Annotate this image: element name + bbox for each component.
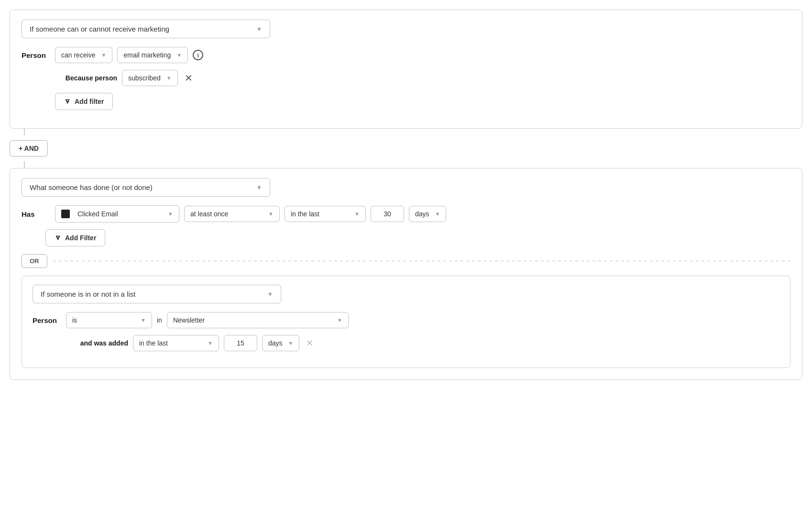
add-filter-button-2[interactable]: ⛛ Add Filter (45, 229, 105, 246)
can-receive-caret: ▼ (101, 52, 107, 58)
remove-and-was-added-button[interactable]: ✕ (306, 338, 313, 348)
clicked-email-caret: ▼ (168, 211, 173, 217)
info-icon-1[interactable]: i (193, 50, 203, 60)
has-done-condition-dropdown[interactable]: What someone has done (or not done) ▼ (22, 178, 270, 197)
days-value-input-1[interactable]: 30 (371, 206, 404, 222)
inner-block-list: If someone is in or not in a list ▼ Pers… (22, 276, 790, 368)
in-the-last-label-2: in the last (139, 339, 168, 347)
days-caret-1: ▼ (435, 211, 440, 217)
is-caret: ▼ (141, 317, 146, 323)
in-the-last-caret-2: ▼ (208, 340, 213, 346)
main-select-row-3: If someone is in or not in a list ▼ (33, 285, 779, 303)
list-condition-dropdown[interactable]: If someone is in or not in a list ▼ (33, 285, 281, 303)
remove-because-button[interactable]: ✕ (185, 72, 193, 84)
list-condition-caret: ▼ (267, 291, 273, 298)
list-condition-label: If someone is in or not in a list (41, 290, 135, 298)
add-filter-label-1: Add filter (75, 98, 104, 105)
clicked-email-label: Clicked Email (77, 210, 162, 218)
email-marketing-caret: ▼ (176, 52, 182, 58)
because-row: Because person subscribed ▼ ✕ (55, 70, 790, 86)
newsletter-caret: ▼ (337, 317, 342, 323)
filter-icon-1: ⛛ (64, 98, 71, 105)
at-least-once-label: at least once (190, 210, 228, 218)
in-the-last-dropdown-2[interactable]: in the last ▼ (133, 335, 219, 351)
has-done-caret: ▼ (256, 184, 262, 191)
in-the-last-label: in the last (291, 210, 319, 218)
clicked-email-icon (61, 210, 70, 218)
and-connector-row: + AND (10, 135, 802, 161)
filter-icon-2: ⛛ (55, 234, 61, 242)
person-label-2: Person (33, 316, 61, 324)
has-row: Has Clicked Email ▼ at least once ▼ in t… (22, 205, 790, 223)
subscribed-label: subscribed (128, 74, 161, 82)
can-receive-label: can receive (61, 51, 96, 59)
in-label: in (157, 316, 162, 324)
days-dropdown-2[interactable]: days ▼ (262, 335, 299, 351)
days-dropdown-1[interactable]: days ▼ (409, 206, 446, 222)
is-label: is (72, 316, 77, 324)
email-marketing-label: email marketing (123, 51, 171, 59)
days-label-2: days (268, 339, 283, 347)
at-least-once-dropdown[interactable]: at least once ▼ (184, 206, 280, 222)
at-least-once-caret: ▼ (268, 211, 274, 217)
clicked-email-dropdown[interactable]: Clicked Email ▼ (55, 205, 179, 223)
marketing-condition-label: If someone can or cannot receive marketi… (30, 25, 169, 33)
can-receive-dropdown[interactable]: can receive ▼ (55, 47, 112, 63)
newsletter-dropdown[interactable]: Newsletter ▼ (167, 312, 349, 328)
days-value-input-2[interactable]: 15 (224, 335, 257, 351)
and-was-added-row: and was added in the last ▼ 15 days ▼ ✕ (66, 335, 779, 351)
or-badge: OR (22, 254, 47, 268)
because-label: Because person (55, 74, 117, 82)
add-filter-row-2: ⛛ Add Filter (45, 229, 790, 246)
days-caret-2: ▼ (288, 340, 294, 346)
condition-block-2: What someone has done (or not done) ▼ Ha… (10, 168, 802, 380)
or-line (53, 261, 791, 262)
is-dropdown[interactable]: is ▼ (66, 312, 152, 328)
marketing-dropdown-caret: ▼ (256, 26, 262, 33)
newsletter-label: Newsletter (173, 316, 205, 324)
subscribed-caret: ▼ (166, 75, 172, 81)
add-filter-label-2: Add Filter (65, 234, 96, 242)
person-row-2: Person is ▼ in Newsletter ▼ (33, 312, 779, 328)
person-label-1: Person (22, 51, 50, 59)
or-divider: OR (22, 254, 790, 268)
days-label-1: days (415, 210, 429, 218)
has-done-condition-label: What someone has done (or not done) (30, 183, 153, 191)
condition-block-1: If someone can or cannot receive marketi… (10, 10, 802, 129)
has-label: Has (22, 210, 50, 218)
in-the-last-caret: ▼ (354, 211, 360, 217)
person-row-1: Person can receive ▼ email marketing ▼ i (22, 47, 790, 63)
and-was-added-label: and was added (66, 339, 128, 347)
main-select-row-2: What someone has done (or not done) ▼ (22, 178, 790, 197)
add-filter-row-1: ⛛ Add filter (55, 93, 790, 110)
subscribed-dropdown[interactable]: subscribed ▼ (122, 70, 178, 86)
add-filter-button-1[interactable]: ⛛ Add filter (55, 93, 113, 110)
main-select-row-1: If someone can or cannot receive marketi… (22, 20, 790, 38)
in-the-last-dropdown[interactable]: in the last ▼ (285, 206, 366, 222)
email-marketing-dropdown[interactable]: email marketing ▼ (117, 47, 188, 63)
marketing-condition-dropdown[interactable]: If someone can or cannot receive marketi… (22, 20, 270, 38)
and-button[interactable]: + AND (10, 140, 48, 156)
